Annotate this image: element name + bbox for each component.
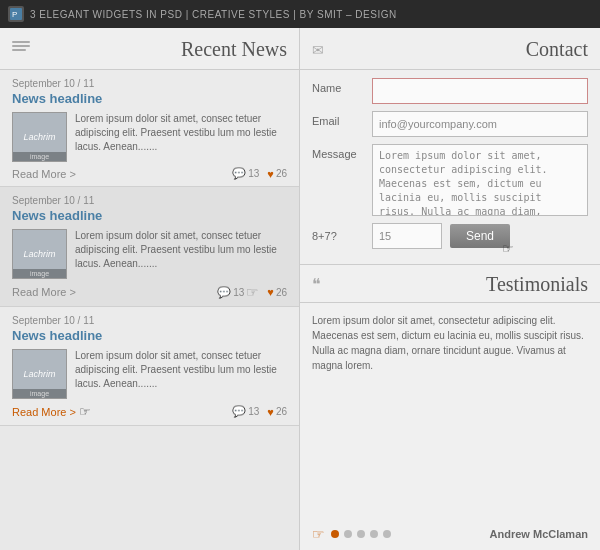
news-footer: Read More > ☞ 💬 13 ♥ 26 bbox=[12, 404, 287, 419]
news-excerpt: Lorem ipsum dolor sit amet, consec tetue… bbox=[75, 229, 287, 279]
thumb-label: Lachrim bbox=[23, 132, 55, 143]
read-more-link-orange[interactable]: Read More > ☞ bbox=[12, 404, 91, 419]
news-date: September 10 / 11 bbox=[12, 78, 287, 89]
testimonials-prev[interactable]: ☞ bbox=[312, 526, 325, 542]
name-row: Name bbox=[312, 78, 588, 104]
dot-2[interactable] bbox=[344, 530, 352, 538]
thumb-label: Lachrim bbox=[23, 249, 55, 260]
svg-rect-2 bbox=[12, 41, 30, 43]
news-headline: News headline bbox=[12, 91, 287, 106]
like-stat: ♥ 26 bbox=[267, 406, 287, 418]
news-thumbnail: Lachrim image bbox=[12, 349, 67, 399]
captcha-label: 8+7? bbox=[312, 230, 364, 242]
testimonials-section: ❝ Testimonials Lorem ipsum dolor sit ame… bbox=[300, 264, 600, 550]
comment-icon: 💬 bbox=[232, 405, 246, 418]
thumb-overlay: image bbox=[13, 389, 66, 398]
main-container: Recent News September 10 / 11 News headl… bbox=[0, 28, 600, 550]
news-footer: Read More > 💬 13 ☞ ♥ 26 bbox=[12, 284, 287, 300]
cursor-pointer: ☞ bbox=[79, 404, 91, 419]
recent-news-header: Recent News bbox=[0, 28, 299, 70]
comment-icon: 💬 bbox=[217, 286, 231, 299]
heart-icon: ♥ bbox=[267, 286, 274, 298]
recent-news-title: Recent News bbox=[181, 38, 287, 61]
dot-3[interactable] bbox=[357, 530, 365, 538]
news-body: Lachrim image Lorem ipsum dolor sit amet… bbox=[12, 112, 287, 162]
testimonial-author: Andrew McClaman bbox=[490, 528, 588, 540]
testimonials-header: ❝ Testimonials bbox=[300, 265, 600, 303]
news-icon bbox=[12, 41, 30, 58]
news-excerpt: Lorem ipsum dolor sit amet, consec tetue… bbox=[75, 349, 287, 399]
heart-icon: ♥ bbox=[267, 168, 274, 180]
news-date: September 10 / 11 bbox=[12, 315, 287, 326]
svg-rect-4 bbox=[12, 49, 26, 51]
thumb-label: Lachrim bbox=[23, 369, 55, 380]
news-stats: 💬 13 ♥ 26 bbox=[232, 405, 287, 418]
read-more-link[interactable]: Read More > bbox=[12, 286, 76, 298]
news-thumbnail: Lachrim image bbox=[12, 229, 67, 279]
testimonials-title: Testimonials bbox=[486, 273, 588, 296]
like-count: 26 bbox=[276, 287, 287, 298]
email-input[interactable] bbox=[372, 111, 588, 137]
news-list[interactable]: September 10 / 11 News headline Lachrim … bbox=[0, 70, 299, 548]
news-headline: News headline bbox=[12, 328, 287, 343]
app-icon: P bbox=[8, 6, 24, 22]
captcha-input[interactable] bbox=[372, 223, 442, 249]
testimonial-quote: Lorem ipsum dolor sit amet, consectetur … bbox=[312, 313, 588, 373]
email-row: Email bbox=[312, 111, 588, 137]
news-footer: Read More > 💬 13 ♥ 26 bbox=[12, 167, 287, 180]
news-stats: 💬 13 ♥ 26 bbox=[232, 167, 287, 180]
comment-count: 13 bbox=[248, 406, 259, 417]
cursor-pointer: ☞ bbox=[246, 284, 259, 300]
news-body: Lachrim image Lorem ipsum dolor sit amet… bbox=[12, 349, 287, 399]
email-label: Email bbox=[312, 111, 364, 127]
captcha-row: 8+7? Send ☞ bbox=[312, 223, 588, 249]
titlebar-title: 3 ELEGANT WIDGETS IN PSD | CREATIVE STYL… bbox=[30, 9, 397, 20]
thumb-overlay: image bbox=[13, 269, 66, 278]
name-label: Name bbox=[312, 78, 364, 94]
like-stat: ♥ 26 bbox=[267, 286, 287, 298]
news-thumbnail: Lachrim image bbox=[12, 112, 67, 162]
testimonials-icon: ❝ bbox=[312, 275, 321, 294]
comment-stat: 💬 13 bbox=[232, 167, 259, 180]
news-headline: News headline bbox=[12, 208, 287, 223]
send-cursor: ☞ bbox=[502, 241, 514, 256]
contact-header: ✉ Contact bbox=[300, 28, 600, 70]
heart-icon: ♥ bbox=[267, 406, 274, 418]
like-count: 26 bbox=[276, 168, 287, 179]
testimonials-footer: ☞ Andrew McClaman bbox=[300, 526, 600, 550]
testimonial-dots bbox=[331, 530, 391, 538]
thumb-overlay: image bbox=[13, 152, 66, 161]
send-button[interactable]: Send ☞ bbox=[450, 224, 510, 248]
comment-stat: 💬 13 bbox=[232, 405, 259, 418]
read-more-link[interactable]: Read More > bbox=[12, 168, 76, 180]
contact-title: Contact bbox=[526, 38, 588, 61]
news-item: September 10 / 11 News headline Lachrim … bbox=[0, 187, 299, 307]
news-item: September 10 / 11 News headline Lachrim … bbox=[0, 307, 299, 426]
like-stat: ♥ 26 bbox=[267, 168, 287, 180]
comment-count: 13 bbox=[248, 168, 259, 179]
dot-4[interactable] bbox=[370, 530, 378, 538]
news-date: September 10 / 11 bbox=[12, 195, 287, 206]
svg-rect-3 bbox=[12, 45, 30, 47]
message-label: Message bbox=[312, 144, 364, 160]
message-row: Message Lorem ipsum dolor sit amet, cons… bbox=[312, 144, 588, 216]
news-item: September 10 / 11 News headline Lachrim … bbox=[0, 70, 299, 187]
news-body: Lachrim image Lorem ipsum dolor sit amet… bbox=[12, 229, 287, 279]
like-count: 26 bbox=[276, 406, 287, 417]
contact-section: ✉ Contact Name Email Message Lorem ipsum… bbox=[300, 28, 600, 264]
comment-icon: 💬 bbox=[232, 167, 246, 180]
contact-form: Name Email Message Lorem ipsum dolor sit… bbox=[300, 70, 600, 264]
message-textarea[interactable]: Lorem ipsum dolor sit amet, consectetur … bbox=[372, 144, 588, 216]
svg-text:P: P bbox=[12, 10, 17, 19]
titlebar: P 3 ELEGANT WIDGETS IN PSD | CREATIVE ST… bbox=[0, 0, 600, 28]
right-panel: ✉ Contact Name Email Message Lorem ipsum… bbox=[300, 28, 600, 550]
news-stats: 💬 13 ☞ ♥ 26 bbox=[217, 284, 287, 300]
dot-5[interactable] bbox=[383, 530, 391, 538]
name-input[interactable] bbox=[372, 78, 588, 104]
contact-icon: ✉ bbox=[312, 42, 324, 58]
left-panel: Recent News September 10 / 11 News headl… bbox=[0, 28, 300, 550]
testimonials-body: Lorem ipsum dolor sit amet, consectetur … bbox=[300, 303, 600, 526]
dot-1[interactable] bbox=[331, 530, 339, 538]
news-excerpt: Lorem ipsum dolor sit amet, consec tetue… bbox=[75, 112, 287, 162]
comment-stat: 💬 13 ☞ bbox=[217, 284, 259, 300]
